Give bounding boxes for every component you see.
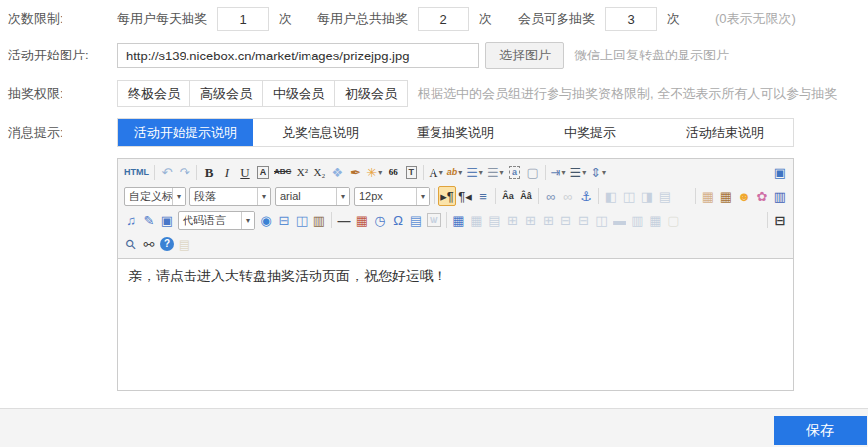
graffiti-icon[interactable]: ✿ bbox=[753, 186, 771, 206]
fullscreen-icon-glyph: ▣ bbox=[774, 167, 786, 179]
insert-table-icon[interactable]: ▦ bbox=[450, 210, 468, 230]
merge-cells-icon: ◫ bbox=[593, 210, 611, 230]
italic-icon[interactable]: I bbox=[218, 163, 236, 182]
editor-content-area[interactable]: 亲，请点击进入大转盘抽奖活动页面，祝您好运哦！ bbox=[118, 259, 793, 390]
save-button[interactable]: 保存 bbox=[774, 416, 867, 445]
highlight-color-icon[interactable]: ab▾ bbox=[445, 163, 465, 182]
paragraph-select[interactable]: 段落▾ bbox=[189, 187, 271, 206]
toolbar-separator bbox=[545, 165, 546, 180]
message-tab[interactable]: 中奖提示 bbox=[523, 119, 658, 146]
member-group-button[interactable]: 终极会员 bbox=[117, 80, 190, 107]
insert-time-icon[interactable]: ◷ bbox=[371, 210, 389, 230]
member-group-buttons: 终极会员高级会员中级会员初级会员 bbox=[117, 80, 408, 107]
toolbar-separator bbox=[154, 165, 155, 180]
insert-music-icon[interactable]: ♫ bbox=[122, 210, 140, 230]
doc-icon: ▢ bbox=[665, 210, 682, 230]
limit-count-input[interactable] bbox=[418, 7, 469, 31]
ltr-paragraph-icon[interactable]: ▸¶ bbox=[438, 186, 456, 206]
source-html-icon[interactable]: HTML bbox=[122, 163, 151, 182]
rtl-paragraph-icon-glyph: ¶◂ bbox=[458, 190, 472, 203]
to-uppercase-icon-glyph: Âa bbox=[502, 192, 514, 201]
template-icon[interactable]: ▥ bbox=[310, 210, 328, 230]
paste-as-text-icon[interactable]: T bbox=[402, 163, 420, 182]
message-tab[interactable]: 活动开始提示说明 bbox=[118, 119, 253, 146]
heading-select[interactable]: 自定义标题▾ bbox=[124, 187, 186, 206]
rtl-paragraph-icon[interactable]: ¶◂ bbox=[456, 186, 474, 206]
message-tab[interactable]: 重复抽奖说明 bbox=[388, 119, 523, 146]
limit-count-input[interactable] bbox=[605, 7, 657, 31]
insert-video-icon[interactable]: ▥ bbox=[771, 186, 789, 206]
preview-icon[interactable]: ⚲ bbox=[122, 234, 140, 254]
row-limits: 次数限制: 每用户每天抽奖 次 每用户总共抽奖 次 会员可多抽奖 次 (0表示无… bbox=[8, 7, 868, 31]
undo-icon[interactable]: ↶ bbox=[158, 163, 176, 182]
flash-icon[interactable]: ◉ bbox=[257, 210, 275, 230]
page-break-icon-glyph: ⊟ bbox=[279, 214, 290, 227]
superscript-icon[interactable]: X² bbox=[293, 163, 310, 182]
code-language-select[interactable]: 代码语言▾ bbox=[178, 211, 255, 230]
find-replace-icon[interactable]: ⚯ bbox=[140, 234, 158, 254]
font-size-select[interactable]: 12px▾ bbox=[354, 187, 430, 206]
subscript-icon[interactable]: X₂ bbox=[310, 163, 328, 182]
auto-typeset-icon[interactable]: ✳▾ bbox=[364, 163, 384, 182]
format-brush-icon-glyph: ✒ bbox=[350, 167, 361, 179]
help-icon[interactable]: ? bbox=[158, 234, 176, 254]
member-group-button[interactable]: 高级会员 bbox=[189, 80, 263, 107]
strikethrough-icon[interactable]: ABC bbox=[272, 163, 293, 182]
line-height-icon[interactable]: ⇕▾ bbox=[588, 163, 608, 182]
blockquote-icon[interactable]: 66 bbox=[384, 163, 402, 182]
limit-field: 会员可多抽奖 次 bbox=[518, 7, 680, 31]
insert-form-icon[interactable]: ▤ bbox=[407, 210, 425, 230]
message-tab[interactable]: 兑奖信息说明 bbox=[253, 119, 388, 146]
dropdown-arrow-icon: ▾ bbox=[561, 168, 565, 177]
horizontal-rule-icon[interactable]: — bbox=[335, 210, 353, 230]
print-icon[interactable]: ⊟ bbox=[771, 210, 789, 230]
underline-icon[interactable]: U bbox=[236, 163, 254, 182]
font-box-icon[interactable]: A bbox=[254, 163, 272, 182]
dropdown-arrow-icon: ▾ bbox=[458, 168, 462, 177]
redo-icon[interactable]: ↷ bbox=[176, 163, 193, 182]
message-tab[interactable]: 活动结束说明 bbox=[658, 119, 793, 146]
to-uppercase-icon[interactable]: Âa bbox=[499, 186, 517, 206]
remove-format-icon[interactable]: ❖ bbox=[328, 163, 346, 182]
special-char-icon[interactable]: Ω bbox=[389, 210, 407, 230]
attachment-icon[interactable]: ✎ bbox=[140, 210, 158, 230]
anchor-box-icon[interactable]: a bbox=[506, 163, 524, 182]
emoticon-icon[interactable]: ☻ bbox=[735, 186, 753, 206]
member-group-button[interactable]: 初级会员 bbox=[334, 80, 408, 107]
link-icon[interactable]: ∞ bbox=[542, 186, 559, 206]
indent-icon[interactable]: ⇥▾ bbox=[549, 163, 568, 182]
format-brush-icon[interactable]: ✒ bbox=[346, 163, 364, 182]
table-props-icon: ▤ bbox=[486, 210, 504, 230]
split-rows-icon-glyph: ▬ bbox=[613, 214, 626, 227]
paste-icon: ▤ bbox=[176, 234, 193, 254]
pick-image-button[interactable]: 选择图片 bbox=[485, 42, 564, 69]
fullscreen-icon[interactable]: ▣ bbox=[771, 163, 789, 182]
unordered-list-icon[interactable]: ☰▾ bbox=[485, 163, 506, 182]
undo-icon-glyph: ↶ bbox=[162, 167, 173, 179]
editor-content-text: 亲，请点击进入大转盘抽奖活动页面，祝您好运哦！ bbox=[128, 268, 447, 283]
insert-date-icon[interactable]: ▦ bbox=[353, 210, 371, 230]
to-lowercase-icon[interactable]: Ââ bbox=[517, 186, 535, 206]
align-icon[interactable]: ☰▾ bbox=[567, 163, 588, 182]
limit-count-input[interactable] bbox=[217, 7, 269, 31]
paragraph-format-icon[interactable]: ≡ bbox=[474, 186, 492, 206]
page-break-icon[interactable]: ⊟ bbox=[275, 210, 293, 230]
insert-image-icon[interactable]: ▦ bbox=[717, 186, 735, 206]
heading-select-value: 自定义标题 bbox=[125, 189, 172, 204]
bold-icon[interactable]: B bbox=[200, 163, 218, 182]
start-image-label: 活动开始图片: bbox=[8, 47, 117, 64]
blockquote-icon-glyph: 66 bbox=[389, 168, 398, 177]
image-url-input[interactable] bbox=[117, 43, 479, 68]
insert-code-icon[interactable]: ▣ bbox=[158, 210, 176, 230]
columns-icon[interactable]: ◫ bbox=[293, 210, 310, 230]
insert-map-icon[interactable]: ▦ bbox=[699, 186, 717, 206]
anchor-icon[interactable]: ⚓ bbox=[577, 186, 595, 206]
new-doc-icon[interactable]: ▢ bbox=[524, 163, 542, 182]
delete-row-icon-glyph: ⊟ bbox=[560, 214, 571, 227]
limit-field-label: 每用户每天抽奖 bbox=[117, 10, 207, 28]
font-color-icon[interactable]: A▾ bbox=[427, 163, 444, 182]
table-props-icon-glyph: ▤ bbox=[488, 214, 500, 227]
font-family-select[interactable]: arial▾ bbox=[275, 187, 350, 206]
ordered-list-icon[interactable]: ☰▾ bbox=[464, 163, 485, 182]
member-group-button[interactable]: 中级会员 bbox=[262, 80, 335, 107]
